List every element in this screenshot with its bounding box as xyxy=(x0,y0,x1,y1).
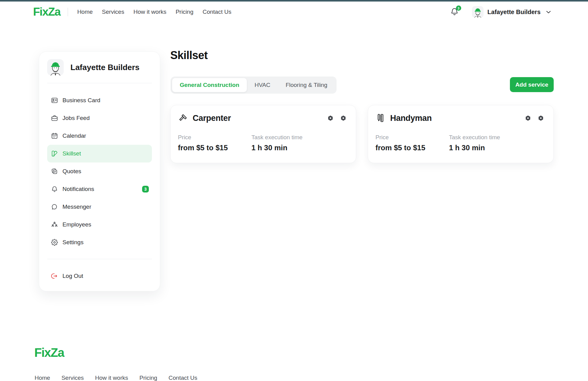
header-right: 3 Lafayette Builders xyxy=(450,6,552,18)
logout-icon xyxy=(51,272,58,280)
add-service-button[interactable]: Add service xyxy=(510,77,554,92)
notifications-badge: 3 xyxy=(142,186,149,192)
sidebar-item-business-card[interactable]: Business Card xyxy=(47,92,152,109)
sidebar-item-settings[interactable]: Settings xyxy=(47,233,152,251)
sidebar: Lafayette Builders Business Card xyxy=(39,51,160,291)
calendar-icon xyxy=(51,132,58,140)
tab-flooring-tiling[interactable]: Flooring & Tiling xyxy=(278,78,335,92)
bell-icon xyxy=(51,185,58,193)
header-divider xyxy=(68,8,68,16)
sidebar-item-quotes[interactable]: Quotes xyxy=(47,162,152,180)
footer-logo[interactable]: FixZa xyxy=(34,346,64,360)
service-cards: Carpenter Price from $5 to $15 Task exec… xyxy=(170,105,554,163)
sidebar-item-messenger[interactable]: Messenger xyxy=(47,198,152,216)
nav-contact-us[interactable]: Contact Us xyxy=(202,9,231,15)
sidebar-item-label: Notifications xyxy=(62,186,94,192)
account-name[interactable]: Lafayette Builders xyxy=(488,9,541,16)
briefcase-icon xyxy=(51,114,58,122)
sidebar-divider xyxy=(47,83,152,83)
sidebar-item-label: Quotes xyxy=(62,168,81,175)
nav-pricing[interactable]: Pricing xyxy=(175,9,193,15)
card-header: Carpenter xyxy=(178,113,347,123)
header: FixZa Home Services How it works Pricing… xyxy=(0,2,588,22)
header-nav: Home Services How it works Pricing Conta… xyxy=(77,9,231,15)
chat-bubble-icon xyxy=(51,203,58,211)
sidebar-item-employees[interactable]: Employees xyxy=(47,216,152,233)
service-name: Carpenter xyxy=(193,114,231,123)
page: FixZa Home Services How it works Pricing… xyxy=(0,0,588,381)
time-label: Task execution time xyxy=(449,134,522,141)
card-info: Price from $5 to $15 Task execution time… xyxy=(375,134,544,152)
gear-icon xyxy=(51,239,58,246)
time-column: Task execution time 1 h 30 min xyxy=(449,134,522,152)
time-value: 1 h 30 min xyxy=(449,144,522,152)
price-label: Price xyxy=(375,134,449,141)
footer-nav-how-it-works[interactable]: How it works xyxy=(95,375,128,381)
profile-avatar xyxy=(47,59,64,76)
tab-hvac[interactable]: HVAC xyxy=(247,78,278,92)
swatches-icon xyxy=(51,150,58,157)
footer-nav: Home Services How it works Pricing Conta… xyxy=(35,375,197,381)
sidebar-item-jobs-feed[interactable]: Jobs Feed xyxy=(47,109,152,127)
sidebar-item-label: Jobs Feed xyxy=(62,115,90,121)
hammer-icon xyxy=(178,113,188,123)
footer-nav-services[interactable]: Services xyxy=(62,375,84,381)
logout-button[interactable]: Log Out xyxy=(47,267,152,285)
id-card-icon xyxy=(51,97,58,104)
service-card-carpenter: Carpenter Price from $5 to $15 Task exec… xyxy=(170,105,356,163)
people-group-icon xyxy=(51,221,58,228)
quotes-icon xyxy=(51,168,58,175)
service-name: Handyman xyxy=(390,114,432,123)
page-title: Skillset xyxy=(170,49,208,62)
price-column: Price from $5 to $15 xyxy=(178,134,251,152)
sidebar-item-notifications[interactable]: Notifications 3 xyxy=(47,180,152,198)
edit-nut-icon[interactable] xyxy=(327,115,334,121)
profile-name: Lafayette Builders xyxy=(70,63,139,72)
price-column: Price from $5 to $15 xyxy=(375,134,449,152)
service-card-handyman: Handyman Price from $5 to $15 Task execu… xyxy=(368,105,554,163)
sidebar-item-label: Settings xyxy=(62,239,84,246)
card-actions xyxy=(525,115,544,121)
tab-general-construction[interactable]: General Construction xyxy=(172,78,247,92)
logout-label: Log Out xyxy=(62,273,83,279)
logo[interactable]: FixZa xyxy=(33,6,60,18)
sidebar-item-label: Employees xyxy=(62,221,91,228)
nav-services[interactable]: Services xyxy=(102,9,124,15)
card-header: Handyman xyxy=(375,113,544,123)
sidebar-item-label: Calendar xyxy=(62,133,86,139)
footer-nav-contact-us[interactable]: Contact Us xyxy=(168,375,197,381)
notifications-count-badge: 3 xyxy=(456,6,461,11)
sidebar-divider-bottom xyxy=(47,259,152,259)
price-value: from $5 to $15 xyxy=(375,144,449,152)
sidebar-item-skillset[interactable]: Skillset xyxy=(47,145,152,162)
pencil-ruler-icon xyxy=(375,113,385,123)
time-value: 1 h 30 min xyxy=(251,144,325,152)
edit-nut-icon[interactable] xyxy=(525,115,531,121)
nav-how-it-works[interactable]: How it works xyxy=(134,9,167,15)
price-value: from $5 to $15 xyxy=(178,144,251,152)
footer-nav-home[interactable]: Home xyxy=(35,375,50,381)
notifications-bell-button[interactable]: 3 xyxy=(450,7,460,17)
time-column: Task execution time 1 h 30 min xyxy=(251,134,325,152)
avatar[interactable] xyxy=(472,6,484,18)
chevron-down-icon[interactable] xyxy=(545,9,552,15)
nav-home[interactable]: Home xyxy=(77,9,93,15)
card-actions xyxy=(327,115,347,121)
sidebar-item-calendar[interactable]: Calendar xyxy=(47,127,152,145)
footer-nav-pricing[interactable]: Pricing xyxy=(139,375,157,381)
sidebar-profile: Lafayette Builders xyxy=(47,59,152,76)
price-label: Price xyxy=(178,134,251,141)
delete-nut-icon[interactable] xyxy=(340,115,347,121)
sidebar-menu: Business Card Jobs Feed xyxy=(47,92,152,251)
sidebar-item-label: Skillset xyxy=(62,150,81,157)
time-label: Task execution time xyxy=(251,134,325,141)
sidebar-item-label: Business Card xyxy=(62,97,100,104)
delete-nut-icon[interactable] xyxy=(537,115,544,121)
sidebar-item-label: Messenger xyxy=(62,204,91,210)
card-info: Price from $5 to $15 Task execution time… xyxy=(178,134,347,152)
category-tabs: General Construction HVAC Flooring & Til… xyxy=(171,77,337,94)
